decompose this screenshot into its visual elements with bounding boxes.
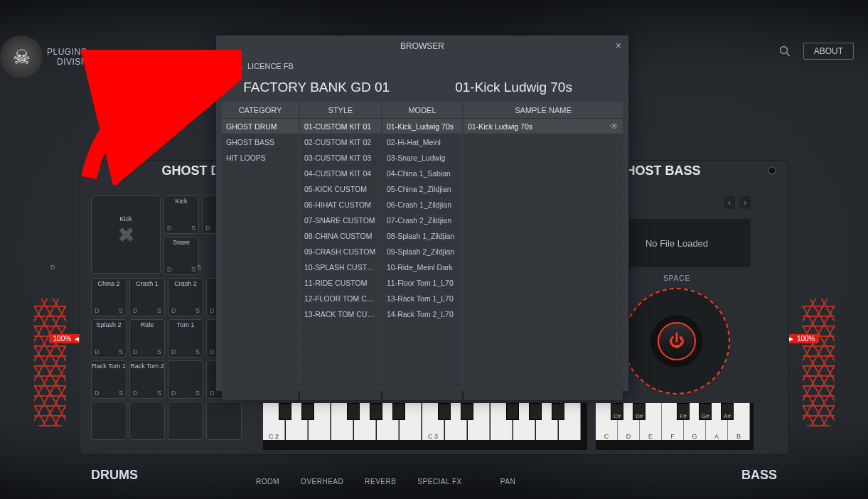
model-item[interactable]: 06-Crash 1_Zildjian <box>382 197 462 213</box>
model-item[interactable]: 14-Rack Tom 2_L70 <box>382 306 462 322</box>
model-item[interactable]: 07-Crash 2_Zildjian <box>382 213 462 228</box>
sample-item[interactable] <box>464 166 623 181</box>
model-item[interactable]: 05-China 2_Zildjian <box>382 181 462 197</box>
pad-d[interactable]: D <box>171 307 176 314</box>
pad-s[interactable]: S <box>157 390 161 397</box>
pad-s[interactable]: S <box>157 307 161 314</box>
sample-item[interactable] <box>464 353 623 369</box>
model-item[interactable]: 10-Ride_Meinl Dark <box>382 259 462 275</box>
power-icon[interactable]: ⏻ <box>658 322 696 360</box>
bank-name[interactable]: FACTORY BANK GD 01 <box>243 80 414 95</box>
black-key[interactable]: D# <box>633 403 645 420</box>
black-key[interactable] <box>552 403 564 420</box>
pad-d[interactable]: D <box>133 307 138 314</box>
sample-item[interactable] <box>464 134 623 150</box>
category-item[interactable] <box>222 213 299 228</box>
black-key[interactable] <box>392 403 405 420</box>
pad-ride[interactable]: RideDS <box>129 319 165 358</box>
category-item[interactable] <box>222 197 299 213</box>
model-item[interactable] <box>382 385 462 400</box>
pad-s[interactable]: S <box>197 264 201 271</box>
file-next-button[interactable]: › <box>739 196 751 209</box>
pad-d[interactable]: D <box>210 390 215 397</box>
black-key[interactable]: G# <box>699 403 712 420</box>
pad-d[interactable]: D <box>133 348 138 355</box>
style-item[interactable]: 12-FLOOR TOM CU... <box>300 291 381 306</box>
pad-s[interactable]: S <box>119 307 123 314</box>
black-key[interactable] <box>438 403 451 420</box>
pad-empty3[interactable] <box>168 402 203 440</box>
category-item[interactable] <box>222 166 299 181</box>
pad-s[interactable]: S <box>119 348 123 355</box>
about-button[interactable]: ABOUT <box>803 43 854 60</box>
hamburger-icon[interactable]: ≡ <box>223 82 229 93</box>
category-item[interactable]: GHOST DRUM <box>222 119 299 134</box>
category-item[interactable] <box>222 353 299 369</box>
sample-item[interactable] <box>464 244 623 259</box>
model-item[interactable]: 11-Floor Tom 1_L70 <box>382 275 462 291</box>
category-item[interactable] <box>222 385 299 400</box>
style-item[interactable]: 01-CUSTOM KIT 01 <box>300 119 381 134</box>
style-item[interactable] <box>300 353 381 369</box>
model-item[interactable]: 02-Hi-Hat_Meinl <box>382 134 462 150</box>
category-item[interactable]: HIT LOOPS <box>222 150 299 166</box>
left-volume-indicator[interactable]: 100% <box>25 299 75 426</box>
sample-item[interactable] <box>464 259 623 275</box>
pad-s[interactable]: S <box>195 348 200 355</box>
black-key[interactable] <box>529 403 542 420</box>
preset-name[interactable]: 01-Kick Ludwig 70s <box>455 80 572 95</box>
pad-empty4[interactable] <box>206 402 242 440</box>
style-item[interactable]: 05-KICK CUSTOM <box>300 181 381 197</box>
pad-crash2[interactable]: Crash 2DS <box>168 278 203 316</box>
preview-eye-icon[interactable]: 👁 <box>610 122 618 132</box>
sample-item[interactable] <box>464 291 623 306</box>
category-item[interactable]: GHOST BASS <box>222 134 299 150</box>
style-item[interactable]: 09-CRASH CUSTOM <box>300 244 381 259</box>
pad-s[interactable]: S <box>191 225 195 232</box>
black-key[interactable]: C# <box>611 403 623 420</box>
category-item[interactable] <box>222 291 299 306</box>
sample-item[interactable] <box>464 150 623 166</box>
category-item[interactable] <box>222 181 299 197</box>
style-item[interactable] <box>300 322 381 338</box>
style-item[interactable]: 07-SNARE CUSTOM <box>300 213 381 228</box>
pad-d[interactable]: D <box>210 307 215 314</box>
model-item[interactable] <box>382 338 462 353</box>
pad-d[interactable]: D <box>205 225 210 232</box>
pad-d[interactable]: D <box>171 348 176 355</box>
pad-d[interactable]: D <box>171 390 176 397</box>
style-item[interactable] <box>300 338 381 353</box>
pad-s[interactable]: S <box>195 307 200 314</box>
category-item[interactable] <box>222 244 299 259</box>
category-item[interactable] <box>222 338 299 353</box>
style-item[interactable]: 10-SPLASH CUSTOM <box>300 259 381 275</box>
pad-empty2[interactable] <box>129 402 165 440</box>
pad-s[interactable]: S <box>157 348 161 355</box>
model-item[interactable]: 04-China 1_Sabian <box>382 166 462 181</box>
sample-item[interactable] <box>464 181 623 197</box>
category-item[interactable] <box>222 322 299 338</box>
pad-s[interactable]: S <box>195 390 200 397</box>
category-item[interactable] <box>222 259 299 275</box>
sample-item[interactable] <box>464 306 623 322</box>
pad-crash1[interactable]: Crash 1DS <box>129 278 165 316</box>
style-item[interactable] <box>300 369 381 385</box>
file-prev-button[interactable]: ‹ <box>724 196 735 209</box>
model-item[interactable]: 01-Kick_Ludwig 70s <box>382 119 462 134</box>
model-item[interactable]: 09-Splash 2_Zildjian <box>382 244 462 259</box>
pad-big-empty[interactable]: Kick ✖ DS <box>91 195 161 274</box>
sample-item[interactable] <box>464 338 623 353</box>
category-item[interactable] <box>222 275 299 291</box>
model-item[interactable]: 03-Snare_Ludwig <box>382 150 462 166</box>
category-item[interactable] <box>222 306 299 322</box>
pad-d[interactable]: D <box>133 390 138 397</box>
pad-extra4[interactable]: DS <box>168 360 203 399</box>
model-item[interactable] <box>382 353 462 369</box>
style-item[interactable]: 02-CUSTOM KIT 02 <box>300 134 381 150</box>
sample-item[interactable] <box>464 228 623 244</box>
close-icon[interactable]: × <box>616 40 621 51</box>
black-key[interactable] <box>301 403 314 420</box>
style-item[interactable]: 13-RACK TOM CUS... <box>300 306 381 322</box>
pad-d[interactable]: D <box>95 307 100 314</box>
pad-racktom2[interactable]: Rack Tom 2DS <box>129 360 165 399</box>
